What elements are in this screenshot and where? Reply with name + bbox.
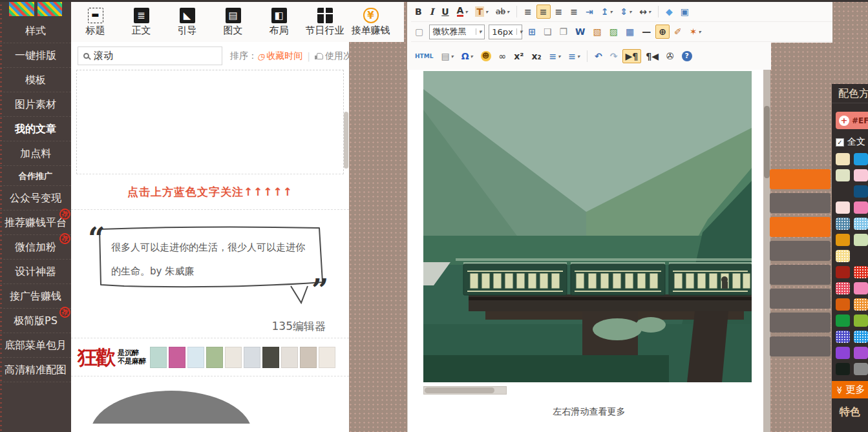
ltr-paragraph-icon[interactable]: ▶¶ [622, 49, 642, 63]
sidebar-item-earn-platform[interactable]: 推荐赚钱平台 荐 [0, 211, 71, 235]
sidebar-section-cooperation[interactable]: 合作推广 [0, 166, 71, 186]
line-spacing-icon[interactable]: ⇕ ▾ [617, 5, 635, 19]
align-justify-icon[interactable]: ≡ [567, 5, 581, 19]
word-import-icon[interactable]: W [572, 25, 588, 39]
sidebar-item-my-articles[interactable]: 我的文章 [0, 117, 71, 141]
strikethrough-icon[interactable]: ab ▾ [492, 5, 513, 19]
image-horizontal-scrollbar[interactable] [423, 386, 507, 395]
clear-new-button[interactable] [770, 265, 831, 285]
brush-icon[interactable]: ✐ [671, 25, 685, 39]
underline-icon[interactable]: U [438, 5, 452, 19]
color-swatch[interactable] [836, 298, 850, 311]
color-swatch[interactable] [854, 314, 868, 327]
color-swatch[interactable] [854, 185, 868, 198]
insert-card-icon[interactable]: ⊕ [655, 25, 670, 39]
sidebar-item-design-tool[interactable]: 设计神器 [0, 260, 71, 284]
color-swatch[interactable] [836, 266, 850, 278]
color-swatch[interactable] [836, 250, 850, 262]
new-doc-icon[interactable]: ▢ [412, 25, 427, 39]
color-swatch[interactable] [854, 218, 868, 230]
more-colors-button[interactable]: ≫ 更多 [832, 381, 868, 398]
color-swatch[interactable] [854, 169, 868, 181]
table-icon[interactable]: ⊞ [525, 25, 539, 39]
tab-layout-styles[interactable]: ◧ 布局 [256, 8, 302, 37]
bold-icon[interactable]: B [412, 5, 425, 19]
color-swatch[interactable] [854, 347, 868, 359]
style-item-banner[interactable]: 狂歡 是沉醉 不是麻醉 [71, 338, 349, 376]
special-char-icon[interactable]: Ω ▾ [458, 49, 476, 63]
sidebar-item-hd-images[interactable]: 高清精准配图 [0, 358, 71, 382]
tab-festival-industry[interactable]: 节日行业 [302, 8, 348, 37]
style-item-follow-hint[interactable]: 点击上方蓝色文字关注↑↑↑↑↑ [71, 174, 349, 210]
style-item-scroll-text[interactable] [76, 70, 344, 174]
redo-icon[interactable]: ↷ [607, 49, 621, 63]
cloud-draft-button[interactable] [770, 313, 831, 333]
rtl-paragraph-icon[interactable]: ¶◀ [642, 49, 662, 63]
import-article-button[interactable] [770, 241, 831, 261]
highlight-color-icon[interactable]: T ▾ [472, 5, 491, 19]
web-copy-button[interactable] [770, 193, 831, 213]
style-item-ellipse[interactable] [71, 376, 349, 424]
one-click-format-icon[interactable]: ✶ ▾ [686, 25, 704, 39]
sidebar-item-ads-earn[interactable]: 接广告赚钱 [0, 284, 71, 309]
paste-image-icon[interactable]: ❐ [556, 25, 571, 39]
color-swatch[interactable] [836, 169, 850, 181]
undo-icon[interactable]: ↶ [591, 49, 606, 63]
wechat-copy-button[interactable] [770, 169, 831, 189]
style-panel-scrollbar[interactable] [344, 112, 348, 169]
align-center-icon[interactable]: ≡ [536, 5, 551, 19]
emoji-icon[interactable]: ☻ [478, 49, 494, 63]
tab-imagetext-styles[interactable]: ▤ 图文 [210, 8, 256, 37]
screenshot-icon[interactable]: ❏ [540, 25, 555, 39]
color-swatch[interactable] [836, 282, 850, 294]
color-swatch[interactable] [836, 234, 850, 246]
color-swatch[interactable] [854, 201, 868, 214]
unordered-list-icon[interactable]: ≡ ▾ [565, 49, 583, 63]
color-swatch[interactable] [836, 218, 850, 230]
add-color-button[interactable]: + #EF8 [836, 112, 868, 129]
sort-by-usage-count[interactable]: 使用次数 [302, 50, 349, 62]
editor-canvas[interactable]: 左右滑动查看更多 [407, 70, 770, 432]
font-size-select[interactable]: 16px▾ [489, 25, 522, 39]
editor-artwork-image[interactable] [423, 71, 752, 382]
italic-icon[interactable]: I [427, 5, 438, 19]
more-functions-button[interactable] [770, 336, 831, 356]
subscript-icon[interactable]: x₂ [528, 49, 544, 63]
color-swatch[interactable] [854, 363, 868, 375]
ordered-list-icon[interactable]: ≡ ▾ [546, 49, 564, 63]
color-swatch[interactable] [836, 201, 850, 214]
sort-by-favorite-time[interactable]: 收藏时间 [257, 50, 302, 62]
save-article-button[interactable] [770, 217, 831, 237]
color-swatch[interactable] [854, 331, 868, 343]
color-swatch[interactable] [836, 363, 850, 375]
fullscreen-icon[interactable]: ▣ [677, 5, 692, 19]
margin-icon[interactable]: ↔ ▾ [636, 5, 654, 19]
tab-take-orders-earn[interactable]: ¥ 接单赚钱 [348, 8, 394, 37]
local-image-icon[interactable]: ▨ [606, 25, 621, 39]
color-swatch[interactable] [854, 282, 868, 294]
align-left-icon[interactable]: ≡ [521, 5, 535, 19]
font-family-select[interactable]: 微软雅黑▾ [429, 25, 485, 39]
color-swatch[interactable] [836, 314, 850, 327]
tab-title-styles[interactable]: ▬ 标题 [72, 8, 118, 37]
color-swatch[interactable] [854, 234, 868, 246]
sidebar-item-wechat-fans[interactable]: 微信加粉 荐 [0, 235, 71, 260]
search-input[interactable] [94, 50, 217, 62]
editor-vertical-scrollbar-thumb[interactable] [764, 106, 770, 178]
tab-guide-styles[interactable]: ◣ 引导 [164, 8, 210, 37]
superscript-icon[interactable]: x² [511, 49, 527, 63]
find-replace-icon[interactable]: ✇ [663, 49, 677, 63]
font-color-icon[interactable]: A ▾ [454, 5, 471, 19]
sidebar-item-templates[interactable]: 模板 [0, 68, 71, 92]
horizontal-rule-icon[interactable]: — [639, 25, 654, 39]
image-icon[interactable]: ▧ [590, 25, 605, 39]
paragraph-spacing-icon[interactable]: ↥ ▾ [598, 5, 616, 19]
first-line-indent-icon[interactable]: ⇥ [582, 5, 597, 19]
html-source-icon[interactable]: HTML [412, 49, 436, 63]
phone-preview-button[interactable] [770, 289, 831, 309]
sidebar-item-mini-ps[interactable]: 极简版PS 荐 [0, 309, 71, 333]
style-item-quote-bubble[interactable]: “ ” 很多人可以走进你的生活，很少人可以走进你的生命。by 朱威廉 135编辑… [71, 210, 349, 338]
color-swatch[interactable] [836, 347, 850, 359]
video-icon[interactable]: ▦ [622, 25, 637, 39]
align-right-icon[interactable]: ≡ [552, 5, 566, 19]
